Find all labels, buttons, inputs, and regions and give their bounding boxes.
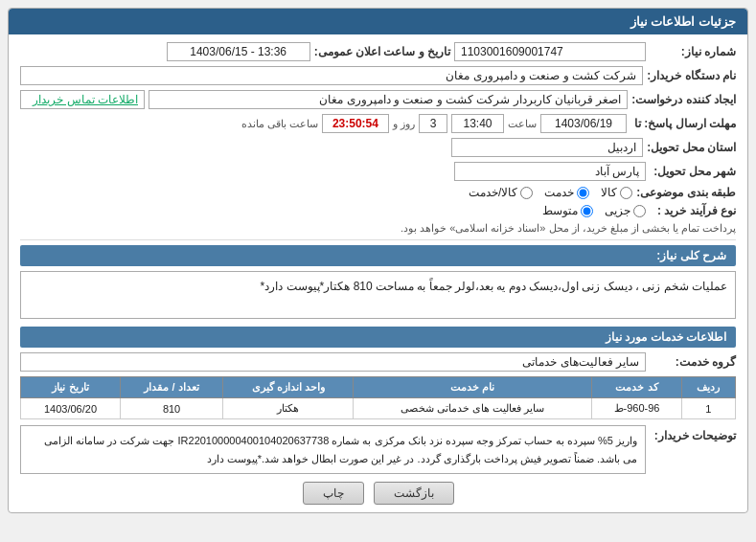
label-ijadKonande: ایجاد کننده درخواست: <box>631 93 736 106</box>
label-saat: ساعت <box>508 118 537 130</box>
radio-jadze: جزیی <box>605 204 646 217</box>
label-mohlatErsal: مهلت ارسال پاسخ: تا <box>630 117 736 130</box>
row-tozih: توضیحات خریدار: واریز 5% سپرده به حساب ت… <box>20 425 736 474</box>
table-header-row: ردیف کد خدمت نام خدمت واحد اندازه گیری ت… <box>21 377 736 398</box>
radio-farayand: جزیی متوسط <box>542 204 646 217</box>
link-ijadKonande[interactable]: اطلاعات تماس خریدار <box>20 90 145 109</box>
payment-note: پرداخت تمام یا بخشی از مبلغ خرید، از محل… <box>20 222 736 235</box>
radio-khadamat-label: خدمت <box>544 186 574 199</box>
th-qty: تعداد / مقدار <box>120 377 222 398</box>
radio-mottaset-input[interactable] <box>581 205 593 217</box>
radio-mottaset-label: متوسط <box>542 204 578 217</box>
td-qty: 810 <box>120 398 222 419</box>
row-noeFarayand: نوع فرآیند خرید : جزیی متوسط <box>20 204 736 217</box>
value-mohlatTime: 13:40 <box>451 114 504 133</box>
value-ostan: اردبیل <box>451 138 643 157</box>
main-card: جزئیات اطلاعات نیاز شماره نیاز: 11030016… <box>8 8 748 513</box>
value-sharh: عملیات شخم زنی ، دیسک زنی اول،دیسک دوم ی… <box>20 271 736 319</box>
th-name: نام خدمت <box>354 377 592 398</box>
row-mohlatErsal: مهلت ارسال پاسخ: تا 1403/06/19 ساعت 13:4… <box>20 114 736 133</box>
radio-kala-label: کالا <box>601 186 617 199</box>
label-shomareNiaz: شماره نیاز: <box>650 45 736 58</box>
row-ijadKonande: ایجاد کننده درخواست: اصغر قربانیان کاربر… <box>20 90 736 109</box>
td-unit: هکتار <box>223 398 354 419</box>
label-ostan: استان محل تحویل: <box>647 141 736 154</box>
value-ijadKonande: اصغر قربانیان کاربردار شرکت کشت و صنعت و… <box>149 90 628 109</box>
card-header: جزئیات اطلاعات نیاز <box>9 9 747 34</box>
radio-kala-input[interactable] <box>620 187 632 199</box>
value-namDastgah: شرکت کشت و صنعت و دامپروری مغان <box>20 66 643 85</box>
radio-khadamat: خدمت <box>544 186 589 199</box>
label-rooz: روز و <box>393 118 415 130</box>
radio-khadamat-input[interactable] <box>577 187 589 199</box>
label-tarikh: تاریخ و ساعت اعلان عمومی: <box>314 45 450 58</box>
value-mohlatRooz: 3 <box>419 114 447 133</box>
section-sharh: شرح کلی نیاز: <box>20 245 736 266</box>
th-date: تاریخ نیاز <box>21 377 121 398</box>
radio-kala-khadamat: کالا/خدمت <box>469 186 533 199</box>
value-mohlatSaat: 23:50:54 <box>322 114 389 133</box>
row-tabaqe: طبقه بندی موضوعی: کالا خدمت کالا/خدمت <box>20 186 736 199</box>
page-title: جزئیات اطلاعات نیاز <box>630 14 736 29</box>
card-body: شماره نیاز: 1103001609001747 تاریخ و ساع… <box>9 34 747 512</box>
td-name: سایر فعالیت های خدماتی شخصی <box>354 398 592 419</box>
th-radif: ردیف <box>681 377 735 398</box>
label-noeFarayand: نوع فرآیند خرید : <box>650 204 736 217</box>
radio-kala-khadamat-label: کالا/خدمت <box>469 186 517 199</box>
value-mohlatDate: 1403/06/19 <box>540 114 627 133</box>
label-tozih: توضیحات خریدار: <box>650 425 736 442</box>
back-button[interactable]: بازگشت <box>374 482 454 505</box>
print-button[interactable]: چاپ <box>303 482 364 505</box>
main-container: جزئیات اطلاعات نیاز شماره نیاز: 11030016… <box>0 0 756 542</box>
row-shahr: شهر محل تحویل: پارس آباد <box>20 162 736 181</box>
row-shomareNiaz: شماره نیاز: 1103001609001747 تاریخ و ساع… <box>20 42 736 61</box>
value-shomareNiaz: 1103001609001747 <box>454 42 646 61</box>
radio-jadze-label: جزیی <box>605 204 630 217</box>
value-tozih: واریز 5% سپرده به حساب تمرکز وجه سپرده ن… <box>20 425 646 474</box>
radio-kala-khadamat-input[interactable] <box>520 187 533 199</box>
button-row: بازگشت چاپ <box>20 482 736 505</box>
radio-tabaqe: کالا خدمت کالا/خدمت <box>469 186 632 199</box>
td-radif: 1 <box>681 398 735 419</box>
value-shahr: پارس آباد <box>454 162 646 181</box>
label-grooh: گروه خدمت: <box>650 355 736 369</box>
service-table: ردیف کد خدمت نام خدمت واحد اندازه گیری ت… <box>20 376 736 419</box>
label-shahr: شهر محل تحویل: <box>650 165 736 178</box>
th-kod: کد خدمت <box>592 377 681 398</box>
row-namDastgah: نام دستگاه خریدار: شرکت کشت و صنعت و دام… <box>20 66 736 85</box>
table-row: 1 960-96-ط سایر فعالیت های خدماتی شخصی ه… <box>21 398 736 419</box>
label-namDastgah: نام دستگاه خریدار: <box>647 69 736 82</box>
radio-mottaset: متوسط <box>542 204 593 217</box>
label-tabaqe: طبقه بندی موضوعی: <box>636 186 736 199</box>
value-tarikh: 1403/06/15 - 13:36 <box>167 42 310 61</box>
td-kod: 960-96-ط <box>592 398 681 419</box>
radio-kala: کالا <box>601 186 632 199</box>
td-date: 1403/06/20 <box>21 398 121 419</box>
label-saatBaqi: ساعت باقی مانده <box>241 118 318 130</box>
th-unit: واحد اندازه گیری <box>223 377 354 398</box>
row-grooh: گروه خدمت: سایر فعالیت‌های خدماتی <box>20 352 736 372</box>
row-ostan: استان محل تحویل: اردبیل <box>20 138 736 157</box>
radio-jadze-input[interactable] <box>633 205 646 217</box>
value-grooh: سایر فعالیت‌های خدماتی <box>20 352 646 372</box>
section-etelaat: اطلاعات خدمات مورد نیاز <box>20 327 736 348</box>
